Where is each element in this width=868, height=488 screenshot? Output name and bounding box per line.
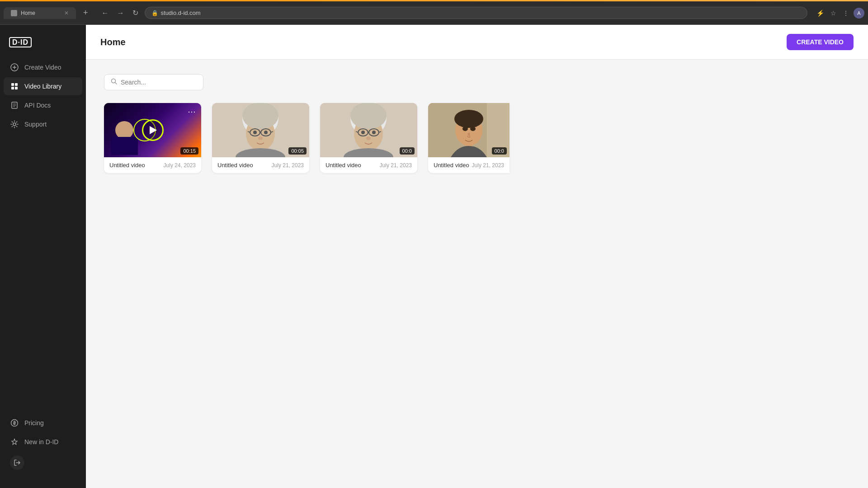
sidebar-item-label: New in D-ID <box>24 438 58 446</box>
browser-chrome: Home ✕ + ← → ↻ 🔒 studio.d-id.com ⚡ ☆ ⋮ A <box>0 1 868 25</box>
browser-nav: ← → ↻ <box>99 7 141 19</box>
sidebar-item-api-docs[interactable]: API Docs <box>4 96 82 114</box>
video-grid: ⋯ 00:15 Untitled video July 24, 2023 <box>104 103 850 173</box>
sidebar-item-new-in-did[interactable]: New in D-ID <box>4 433 82 451</box>
svg-rect-3 <box>11 83 14 86</box>
search-input[interactable] <box>121 79 200 86</box>
play-circle <box>142 119 164 141</box>
address-text: studio.d-id.com <box>161 9 201 16</box>
browser-tab[interactable]: Home ✕ <box>4 7 76 19</box>
sidebar-item-create-video[interactable]: Create Video <box>4 58 82 76</box>
video-card[interactable]: 00:0 Untitled video July 21, 2023 <box>320 103 417 173</box>
app: D·ID Create Video Video Library API D <box>0 25 868 488</box>
page-title: Home <box>100 37 126 47</box>
sidebar-item-label: API Docs <box>24 102 51 109</box>
logo-text: D·ID <box>9 36 32 47</box>
new-tab-button[interactable]: + <box>80 7 92 19</box>
video-date: July 21, 2023 <box>380 162 412 169</box>
svg-point-24 <box>253 131 257 134</box>
video-thumbnail: 00:0 <box>428 103 509 157</box>
video-thumbnail: ⋯ 00:15 <box>104 103 201 157</box>
logo: D·ID <box>0 32 86 58</box>
svg-rect-4 <box>15 83 18 86</box>
back-button[interactable]: ← <box>99 7 112 19</box>
svg-point-25 <box>264 131 268 134</box>
video-date: July 24, 2023 <box>164 162 196 169</box>
video-info-row: Untitled video July 21, 2023 <box>428 157 509 173</box>
refresh-button[interactable]: ↻ <box>130 7 141 19</box>
lock-icon: 🔒 <box>151 10 158 16</box>
grid-icon <box>10 82 19 91</box>
svg-point-11 <box>13 123 16 126</box>
duration-badge: 00:15 <box>180 147 198 155</box>
plus-icon <box>10 63 19 72</box>
svg-point-18 <box>242 103 278 129</box>
svg-point-48 <box>462 127 468 131</box>
content-area: ⋯ 00:15 Untitled video July 24, 2023 <box>86 60 868 488</box>
play-overlay <box>142 119 164 141</box>
sidebar-nav: Create Video Video Library API Docs Supp… <box>0 58 86 414</box>
video-card-partial[interactable]: 00:0 Untitled video July 21, 2023 <box>428 103 509 173</box>
sidebar-item-pricing[interactable]: Pricing <box>4 414 82 432</box>
play-triangle-icon <box>150 126 157 134</box>
tab-close-icon[interactable]: ✕ <box>64 10 69 16</box>
svg-point-39 <box>372 131 376 134</box>
svg-point-26 <box>258 136 263 140</box>
video-name: Untitled video <box>434 162 469 169</box>
sidebar-item-label: Create Video <box>24 64 61 71</box>
sidebar-bottom: Pricing New in D-ID <box>0 414 86 481</box>
forward-button[interactable]: → <box>114 7 127 19</box>
video-date: July 21, 2023 <box>272 162 304 169</box>
bookmark-button[interactable]: ☆ <box>829 8 838 19</box>
svg-rect-5 <box>11 87 14 89</box>
duration-badge: 00:0 <box>492 147 507 155</box>
sidebar-item-label: Pricing <box>24 419 44 427</box>
book-icon <box>10 101 19 110</box>
extensions-button[interactable]: ⚡ <box>815 8 826 19</box>
duration-badge: 00:0 <box>400 147 415 155</box>
video-card[interactable]: 00:05 Untitled video July 21, 2023 <box>212 103 309 173</box>
browser-actions: ⚡ ☆ ⋮ A <box>815 8 864 19</box>
search-bar <box>104 74 203 90</box>
sidebar-item-video-library[interactable]: Video Library <box>4 77 82 95</box>
create-video-button[interactable]: CREATE VIDEO <box>787 34 854 50</box>
svg-point-32 <box>350 103 387 129</box>
video-info-row: Untitled video July 21, 2023 <box>212 157 309 173</box>
video-card[interactable]: ⋯ 00:15 Untitled video July 24, 2023 <box>104 103 201 173</box>
video-date: July 21, 2023 <box>472 162 504 169</box>
video-thumbnail: 00:0 <box>320 103 417 157</box>
video-info-row: Untitled video July 21, 2023 <box>320 157 417 173</box>
sparkle-icon <box>10 437 19 446</box>
tab-favicon <box>11 10 17 16</box>
svg-point-40 <box>366 136 371 140</box>
video-name: Untitled video <box>109 162 145 169</box>
video-info-row: Untitled video July 24, 2023 <box>104 157 201 173</box>
more-options-button[interactable]: ⋯ <box>185 106 198 117</box>
svg-point-38 <box>361 131 365 134</box>
main-header: Home CREATE VIDEO <box>86 25 868 60</box>
video-name: Untitled video <box>217 162 253 169</box>
logout-button[interactable] <box>10 455 24 470</box>
dollar-icon <box>10 418 19 427</box>
duration-badge: 00:05 <box>288 147 307 155</box>
sidebar: D·ID Create Video Video Library API D <box>0 25 86 488</box>
sidebar-item-support[interactable]: Support <box>4 115 82 133</box>
tab-title: Home <box>21 10 35 16</box>
menu-button[interactable]: ⋮ <box>841 8 851 19</box>
svg-rect-6 <box>15 87 18 89</box>
svg-point-49 <box>470 127 476 131</box>
sidebar-item-label: Support <box>24 121 47 128</box>
svg-point-47 <box>454 110 483 128</box>
search-icon <box>111 78 117 86</box>
gear-icon <box>10 120 19 129</box>
main-content: Home CREATE VIDEO <box>86 25 868 488</box>
video-thumbnail: 00:05 <box>212 103 309 157</box>
profile-button[interactable]: A <box>854 8 864 19</box>
svg-line-14 <box>115 83 117 84</box>
sidebar-item-label: Video Library <box>24 83 61 90</box>
address-bar[interactable]: 🔒 studio.d-id.com <box>145 7 807 19</box>
video-name: Untitled video <box>326 162 361 169</box>
